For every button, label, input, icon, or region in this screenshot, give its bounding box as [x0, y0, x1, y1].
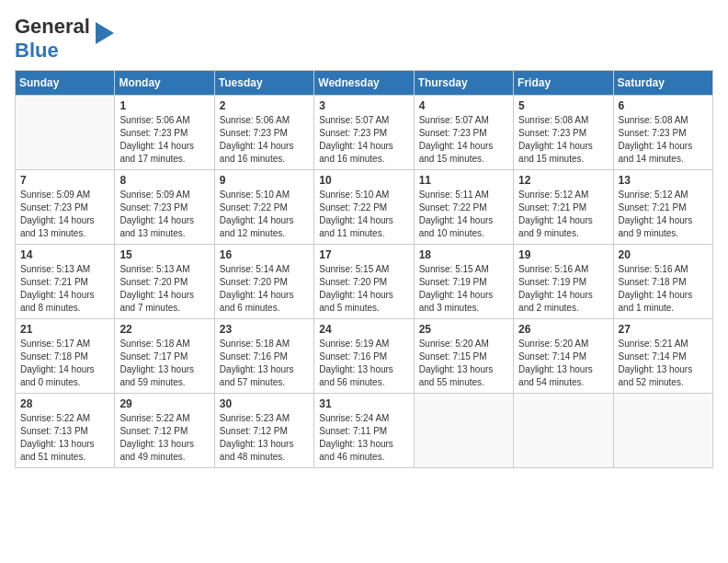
- day-number: 27: [619, 323, 708, 336]
- day-number: 9: [220, 174, 309, 187]
- day-number: 25: [419, 323, 508, 336]
- day-number: 7: [20, 174, 109, 187]
- day-number: 13: [619, 174, 708, 187]
- day-number: 31: [319, 397, 408, 410]
- day-info: Sunrise: 5:16 AMSunset: 7:18 PMDaylight:…: [619, 263, 708, 315]
- calendar-cell: 1Sunrise: 5:06 AMSunset: 7:23 PMDaylight…: [115, 96, 214, 170]
- calendar-cell: 12Sunrise: 5:12 AMSunset: 7:21 PMDayligh…: [514, 170, 613, 245]
- calendar-cell: 18Sunrise: 5:15 AMSunset: 7:19 PMDayligh…: [414, 245, 513, 319]
- calendar-table: SundayMondayTuesdayWednesdayThursdayFrid…: [15, 70, 713, 468]
- day-number: 15: [119, 248, 209, 261]
- calendar-week-row: 28Sunrise: 5:22 AMSunset: 7:13 PMDayligh…: [16, 394, 713, 468]
- day-number: 11: [419, 174, 508, 187]
- day-number: 5: [518, 99, 608, 112]
- day-info: Sunrise: 5:16 AMSunset: 7:19 PMDaylight:…: [518, 263, 608, 315]
- day-number: 20: [619, 248, 708, 261]
- day-number: 2: [220, 99, 309, 112]
- weekday-header-thursday: Thursday: [414, 71, 513, 96]
- weekday-header-monday: Monday: [115, 71, 214, 96]
- calendar-cell: 19Sunrise: 5:16 AMSunset: 7:19 PMDayligh…: [514, 245, 613, 319]
- day-info: Sunrise: 5:07 AMSunset: 7:23 PMDaylight:…: [419, 114, 508, 166]
- calendar-cell: [514, 394, 613, 468]
- day-info: Sunrise: 5:10 AMSunset: 7:22 PMDaylight:…: [220, 189, 309, 240]
- calendar-cell: 11Sunrise: 5:11 AMSunset: 7:22 PMDayligh…: [414, 170, 513, 245]
- day-info: Sunrise: 5:18 AMSunset: 7:17 PMDaylight:…: [119, 338, 209, 389]
- weekday-header-sunday: Sunday: [16, 71, 115, 96]
- calendar-cell: [414, 394, 513, 468]
- day-number: 29: [119, 397, 209, 410]
- day-number: 17: [319, 248, 408, 261]
- calendar-cell: 15Sunrise: 5:13 AMSunset: 7:20 PMDayligh…: [115, 245, 214, 319]
- day-info: Sunrise: 5:09 AMSunset: 7:23 PMDaylight:…: [119, 189, 209, 240]
- day-info: Sunrise: 5:24 AMSunset: 7:11 PMDaylight:…: [319, 412, 408, 464]
- logo: General Blue: [15, 15, 114, 63]
- day-info: Sunrise: 5:12 AMSunset: 7:21 PMDaylight:…: [619, 189, 708, 240]
- weekday-header-saturday: Saturday: [613, 71, 712, 96]
- day-info: Sunrise: 5:07 AMSunset: 7:23 PMDaylight:…: [319, 114, 408, 166]
- day-number: 28: [20, 397, 109, 410]
- weekday-header-row: SundayMondayTuesdayWednesdayThursdayFrid…: [16, 71, 713, 96]
- calendar-cell: 26Sunrise: 5:20 AMSunset: 7:14 PMDayligh…: [514, 319, 613, 394]
- calendar-cell: 22Sunrise: 5:18 AMSunset: 7:17 PMDayligh…: [115, 319, 214, 394]
- day-info: Sunrise: 5:22 AMSunset: 7:12 PMDaylight:…: [119, 412, 209, 464]
- day-number: 14: [20, 248, 109, 261]
- day-info: Sunrise: 5:14 AMSunset: 7:20 PMDaylight:…: [220, 263, 309, 315]
- calendar-cell: [613, 394, 712, 468]
- day-number: 8: [119, 174, 209, 187]
- day-info: Sunrise: 5:11 AMSunset: 7:22 PMDaylight:…: [419, 189, 508, 240]
- calendar-cell: 24Sunrise: 5:19 AMSunset: 7:16 PMDayligh…: [314, 319, 414, 394]
- day-info: Sunrise: 5:17 AMSunset: 7:18 PMDaylight:…: [20, 338, 109, 389]
- calendar-week-row: 7Sunrise: 5:09 AMSunset: 7:23 PMDaylight…: [16, 170, 713, 245]
- day-info: Sunrise: 5:06 AMSunset: 7:23 PMDaylight:…: [119, 114, 209, 166]
- calendar-week-row: 21Sunrise: 5:17 AMSunset: 7:18 PMDayligh…: [16, 319, 713, 394]
- day-info: Sunrise: 5:08 AMSunset: 7:23 PMDaylight:…: [619, 114, 708, 166]
- day-number: 1: [119, 99, 209, 112]
- calendar-cell: 8Sunrise: 5:09 AMSunset: 7:23 PMDaylight…: [115, 170, 214, 245]
- weekday-header-tuesday: Tuesday: [214, 71, 313, 96]
- day-number: 4: [419, 99, 508, 112]
- calendar-cell: 5Sunrise: 5:08 AMSunset: 7:23 PMDaylight…: [514, 96, 613, 170]
- calendar-week-row: 1Sunrise: 5:06 AMSunset: 7:23 PMDaylight…: [16, 96, 713, 170]
- calendar-cell: 3Sunrise: 5:07 AMSunset: 7:23 PMDaylight…: [314, 96, 414, 170]
- day-info: Sunrise: 5:15 AMSunset: 7:19 PMDaylight:…: [419, 263, 508, 315]
- calendar-cell: 25Sunrise: 5:20 AMSunset: 7:15 PMDayligh…: [414, 319, 513, 394]
- day-number: 26: [518, 323, 608, 336]
- weekday-header-friday: Friday: [514, 71, 613, 96]
- calendar-cell: 16Sunrise: 5:14 AMSunset: 7:20 PMDayligh…: [214, 245, 313, 319]
- day-info: Sunrise: 5:10 AMSunset: 7:22 PMDaylight:…: [319, 189, 408, 240]
- logo-general-text: General: [15, 15, 90, 38]
- calendar-cell: 29Sunrise: 5:22 AMSunset: 7:12 PMDayligh…: [115, 394, 214, 468]
- day-info: Sunrise: 5:23 AMSunset: 7:12 PMDaylight:…: [220, 412, 309, 464]
- day-info: Sunrise: 5:22 AMSunset: 7:13 PMDaylight:…: [20, 412, 109, 464]
- day-number: 30: [220, 397, 309, 410]
- day-number: 21: [20, 323, 109, 336]
- calendar-cell: 27Sunrise: 5:21 AMSunset: 7:14 PMDayligh…: [613, 319, 712, 394]
- day-number: 18: [419, 248, 508, 261]
- logo-arrow-icon: [96, 22, 114, 44]
- calendar-cell: 17Sunrise: 5:15 AMSunset: 7:20 PMDayligh…: [314, 245, 414, 319]
- day-info: Sunrise: 5:21 AMSunset: 7:14 PMDaylight:…: [619, 338, 708, 389]
- day-number: 22: [119, 323, 209, 336]
- calendar-cell: 14Sunrise: 5:13 AMSunset: 7:21 PMDayligh…: [16, 245, 115, 319]
- day-info: Sunrise: 5:19 AMSunset: 7:16 PMDaylight:…: [319, 338, 408, 389]
- day-number: 16: [220, 248, 309, 261]
- calendar-cell: 20Sunrise: 5:16 AMSunset: 7:18 PMDayligh…: [613, 245, 712, 319]
- day-number: 12: [518, 174, 608, 187]
- calendar-cell: [16, 96, 115, 170]
- day-number: 3: [319, 99, 408, 112]
- calendar-cell: 30Sunrise: 5:23 AMSunset: 7:12 PMDayligh…: [214, 394, 313, 468]
- calendar-cell: 4Sunrise: 5:07 AMSunset: 7:23 PMDaylight…: [414, 96, 513, 170]
- calendar-week-row: 14Sunrise: 5:13 AMSunset: 7:21 PMDayligh…: [16, 245, 713, 319]
- day-info: Sunrise: 5:13 AMSunset: 7:21 PMDaylight:…: [20, 263, 109, 315]
- calendar-cell: 21Sunrise: 5:17 AMSunset: 7:18 PMDayligh…: [16, 319, 115, 394]
- day-number: 24: [319, 323, 408, 336]
- calendar-cell: 28Sunrise: 5:22 AMSunset: 7:13 PMDayligh…: [16, 394, 115, 468]
- svg-marker-0: [96, 22, 114, 44]
- calendar-cell: 31Sunrise: 5:24 AMSunset: 7:11 PMDayligh…: [314, 394, 414, 468]
- day-number: 6: [619, 99, 708, 112]
- day-info: Sunrise: 5:15 AMSunset: 7:20 PMDaylight:…: [319, 263, 408, 315]
- calendar-cell: 13Sunrise: 5:12 AMSunset: 7:21 PMDayligh…: [613, 170, 712, 245]
- day-number: 10: [319, 174, 408, 187]
- calendar-cell: 7Sunrise: 5:09 AMSunset: 7:23 PMDaylight…: [16, 170, 115, 245]
- day-info: Sunrise: 5:08 AMSunset: 7:23 PMDaylight:…: [518, 114, 608, 166]
